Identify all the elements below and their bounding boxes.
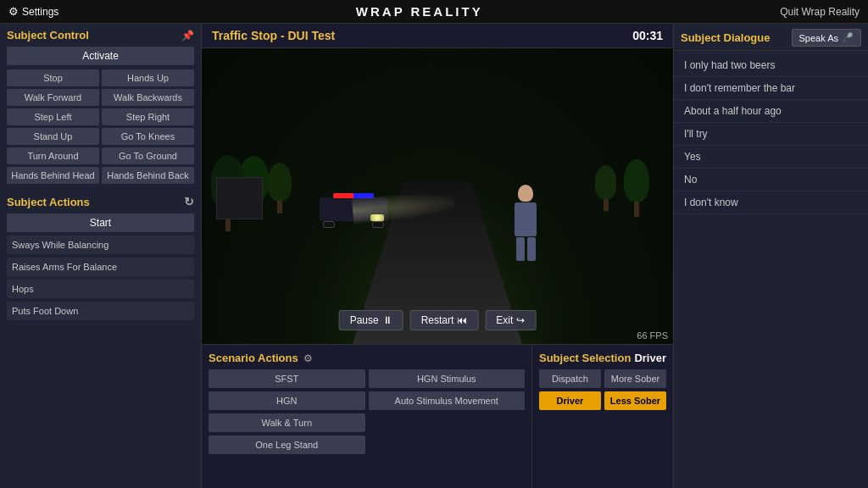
sa-empty-1	[369, 413, 526, 432]
subject-selection-grid: Dispatch More Sober Driver Less Sober	[539, 369, 666, 410]
char-body	[515, 202, 537, 236]
subject-actions-header: Subject Actions ↻	[0, 190, 201, 212]
sa-btn-hgn[interactable]: HGN	[209, 391, 365, 410]
ctrl-btn-hands-up[interactable]: Hands Up	[102, 69, 194, 86]
ss-btn-less-sober[interactable]: Less Sober	[604, 391, 666, 410]
action-sways[interactable]: Sways While Balancing	[7, 236, 194, 254]
speak-as-label: Speak As	[799, 33, 838, 43]
settings-button[interactable]: ⚙ Settings	[8, 5, 58, 18]
char-head	[518, 185, 533, 202]
restart-icon: ⏮	[457, 314, 467, 326]
char-leg-left	[516, 237, 525, 261]
ctrl-btn-walk-forward[interactable]: Walk Forward	[7, 89, 99, 106]
dialogue-item-5[interactable]: No	[674, 169, 868, 191]
main-layout: Subject Control 📌 Activate Stop Hands Up…	[0, 24, 868, 488]
scenario-title: Traffic Stop - DUI Test	[212, 29, 335, 42]
char-legs	[516, 237, 536, 261]
ss-btn-driver[interactable]: Driver	[539, 391, 601, 410]
dialogue-item-1[interactable]: I don't remember the bar	[674, 77, 868, 100]
right-panel: Subject Dialogue Speak As 🎤 I only had t…	[673, 24, 868, 488]
action-puts-foot[interactable]: Puts Foot Down	[7, 302, 194, 320]
ctrl-btn-walk-backwards[interactable]: Walk Backwards	[102, 89, 194, 106]
sa-btn-auto-stimulus[interactable]: Auto Stimulus Movement	[369, 391, 526, 410]
ctrl-btn-go-to-knees[interactable]: Go To Knees	[102, 128, 194, 145]
tree-left-2	[268, 163, 292, 214]
video-area: 66 FPS Pause ⏸ Restart ⏮ Exit ↪	[202, 48, 673, 344]
ctrl-btn-step-right[interactable]: Step Right	[102, 108, 194, 125]
bottom-center: Scenario Actions ⚙ SFST HGN Stimulus HGN…	[202, 344, 673, 488]
tree-right-2	[595, 165, 616, 211]
dialogue-item-4[interactable]: Yes	[674, 146, 868, 169]
dialogue-item-2[interactable]: About a half hour ago	[674, 100, 868, 123]
action-hops[interactable]: Hops	[7, 280, 194, 298]
sa-btn-hgn-stimulus[interactable]: HGN Stimulus	[369, 369, 526, 388]
scenario-actions-title: Scenario Actions	[209, 352, 298, 364]
mic-icon: 🎤	[842, 32, 854, 43]
scenario-title-bar: Traffic Stop - DUI Test 00:31	[202, 24, 673, 48]
subject-selection-header: Subject Selection Driver	[539, 352, 666, 364]
speak-as-button[interactable]: Speak As 🎤	[792, 29, 861, 47]
sa-btn-one-leg[interactable]: One Leg Stand	[209, 435, 365, 454]
car-wheel-right	[372, 221, 384, 228]
start-button[interactable]: Start	[7, 214, 194, 232]
ctrl-btn-hands-behind-head[interactable]: Hands Behind Head	[7, 167, 99, 184]
ctrl-btn-step-left[interactable]: Step Left	[7, 108, 99, 125]
gear-icon: ⚙	[8, 5, 19, 18]
scenario-actions-grid: SFST HGN Stimulus HGN Auto Stimulus Move…	[209, 369, 525, 454]
scene-background: 66 FPS Pause ⏸ Restart ⏮ Exit ↪	[202, 48, 673, 344]
video-controls: Pause ⏸ Restart ⏮ Exit ↪	[339, 310, 537, 330]
left-panel: Subject Control 📌 Activate Stop Hands Up…	[0, 24, 202, 488]
dialogue-list: I only had two beers I don't remember th…	[674, 51, 868, 488]
car-wheel-left	[323, 221, 335, 228]
subject-selection-panel: Subject Selection Driver Dispatch More S…	[532, 345, 673, 488]
fps-display: 66 FPS	[637, 330, 668, 341]
sa-btn-walk-turn[interactable]: Walk & Turn	[209, 413, 365, 432]
subject-dialogue-title: Subject Dialogue	[681, 31, 770, 44]
scenario-actions-panel: Scenario Actions ⚙ SFST HGN Stimulus HGN…	[202, 345, 532, 488]
tree-right-1	[624, 159, 649, 217]
ss-btn-dispatch[interactable]: Dispatch	[539, 369, 601, 388]
building	[216, 177, 263, 219]
exit-button[interactable]: Exit ↪	[485, 310, 536, 330]
center-panel: Traffic Stop - DUI Test 00:31	[202, 24, 673, 488]
settings-label: Settings	[22, 6, 58, 18]
restart-button[interactable]: Restart ⏮	[410, 310, 479, 330]
sa-empty-2	[369, 435, 526, 454]
char-leg-right	[527, 237, 536, 261]
activate-button[interactable]: Activate	[7, 47, 194, 65]
subject-control-header: Subject Control 📌	[0, 24, 201, 45]
control-grid: Stop Hands Up Walk Forward Walk Backward…	[0, 67, 201, 186]
subject-control-title: Subject Control	[7, 29, 89, 42]
subject-actions-title: Subject Actions	[7, 196, 90, 208]
pause-button[interactable]: Pause ⏸	[339, 310, 403, 330]
pin-icon: 📌	[181, 30, 194, 42]
app-title: WRAP REALITY	[356, 4, 483, 19]
ss-btn-more-sober[interactable]: More Sober	[604, 369, 666, 388]
subject-selection-title: Subject Selection	[539, 352, 631, 364]
dialogue-item-6[interactable]: I don't know	[674, 191, 868, 214]
ctrl-btn-turn-around[interactable]: Turn Around	[7, 147, 99, 164]
character	[510, 185, 541, 261]
sa-btn-sfst[interactable]: SFST	[209, 369, 365, 388]
topbar: ⚙ Settings WRAP REALITY Quit Wrap Realit…	[0, 0, 868, 24]
dialogue-item-0[interactable]: I only had two beers	[674, 54, 868, 77]
pause-icon: ⏸	[382, 314, 392, 326]
subject-current: Driver	[634, 352, 666, 364]
gear-icon-sa[interactable]: ⚙	[303, 352, 313, 364]
ctrl-btn-go-to-ground[interactable]: Go To Ground	[102, 147, 194, 164]
pause-label: Pause	[350, 314, 379, 326]
scenario-actions-header: Scenario Actions ⚙	[209, 352, 525, 364]
refresh-icon: ↻	[184, 195, 194, 208]
exit-icon: ↪	[516, 314, 525, 326]
timer: 00:31	[632, 29, 663, 42]
restart-label: Restart	[421, 314, 454, 326]
ctrl-btn-hands-behind-back[interactable]: Hands Behind Back	[102, 167, 194, 184]
ctrl-btn-stop[interactable]: Stop	[7, 69, 99, 86]
quit-button[interactable]: Quit Wrap Reality	[780, 6, 860, 18]
exit-label: Exit	[496, 314, 513, 326]
dialogue-item-3[interactable]: I'll try	[674, 123, 868, 146]
ctrl-btn-stand-up[interactable]: Stand Up	[7, 128, 99, 145]
subject-dialogue-header: Subject Dialogue Speak As 🎤	[674, 24, 868, 51]
action-raises-arms[interactable]: Raises Arms For Balance	[7, 258, 194, 276]
